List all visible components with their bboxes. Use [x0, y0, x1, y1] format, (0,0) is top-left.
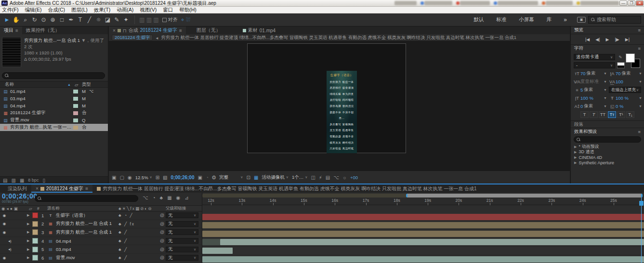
- layer-row[interactable]: ◉▶1T生僻字（语音）♣ ◔ ╱@无∨: [0, 211, 202, 220]
- project-item[interactable]: ▤01.mp4M⌥: [0, 88, 108, 95]
- layer-switches[interactable]: ♣ ╱: [118, 230, 160, 235]
- text-style-button-4[interactable]: T¹: [617, 111, 625, 118]
- resolution-select[interactable]: 完整∨: [219, 174, 243, 181]
- text-style-button-5[interactable]: T₁: [626, 111, 634, 118]
- layer-row[interactable]: ◉▶2▦穷穷接力 航些...一息 合成 1♣ ╱ fx@无∨: [0, 220, 202, 229]
- layer-row[interactable]: ◉▶3▦穷穷接力 航些...一息 合成 1♣ ╱@无∨: [0, 228, 202, 237]
- project-bit-depth[interactable]: 8 bpc: [28, 178, 39, 183]
- menu-H[interactable]: 帮助(H): [179, 7, 197, 13]
- workspace-overflow-button[interactable]: »: [564, 16, 567, 23]
- layer-track-row[interactable]: [202, 230, 644, 238]
- maximize-button[interactable]: ❐: [628, 0, 635, 6]
- first-frame-button[interactable]: |◀: [585, 37, 590, 42]
- eraser-tool[interactable]: ◪: [104, 15, 112, 25]
- layer-duration-bar[interactable]: [202, 231, 644, 237]
- mask-visibility-icon[interactable]: ▧: [163, 175, 167, 180]
- sort-arrow-icon[interactable]: ▲: [67, 83, 71, 86]
- effects-category[interactable]: ▶3D 通道: [571, 149, 644, 155]
- layer-switches[interactable]: ♣ ╱: [118, 247, 160, 252]
- lock-icon[interactable]: ⊓: [123, 28, 127, 33]
- layer-label-swatch[interactable]: [32, 247, 38, 252]
- fast-previews-icon[interactable]: ⚡: [319, 175, 322, 180]
- pixel-aspect-icon[interactable]: ◫: [311, 175, 315, 180]
- eyedropper-icon[interactable]: ✎: [617, 55, 624, 60]
- parent-pickwhip-icon[interactable]: @: [160, 213, 164, 218]
- menu-C[interactable]: 合成(C): [48, 7, 65, 13]
- reset-exposure-icon[interactable]: ☼: [342, 175, 347, 180]
- selection-tool[interactable]: ►: [3, 15, 11, 25]
- project-item[interactable]: ▤背景.movQ: [0, 117, 108, 124]
- tab-close-icon[interactable]: ×: [113, 28, 116, 33]
- layer-label-swatch[interactable]: [32, 238, 38, 244]
- timeline-timecode[interactable]: 0;00;26;00: [2, 194, 38, 199]
- frame-blending-icon[interactable]: ▦: [167, 195, 171, 200]
- layer-label-swatch[interactable]: [32, 212, 38, 218]
- layer-label-swatch[interactable]: [32, 255, 38, 261]
- timeline-search-input[interactable]: [35, 195, 138, 202]
- tab-timeline-active[interactable]: × 20181224 生僻字 ≡: [31, 184, 92, 193]
- tab-footage[interactable]: 素材 01.mp4: [239, 26, 279, 34]
- parent-pickwhip-icon[interactable]: @: [160, 255, 164, 260]
- font-family-select[interactable]: 迷你简卡通∨: [574, 54, 615, 60]
- brush-tool[interactable]: ╱: [85, 15, 93, 25]
- layer-duration-bar[interactable]: [202, 222, 644, 228]
- workspace-小屏幕[interactable]: 小屏幕: [519, 16, 534, 23]
- workspace-标准[interactable]: 标准: [496, 16, 506, 23]
- tab-layer[interactable]: 图层（无）: [193, 26, 224, 34]
- effects-category[interactable]: ▶CINEMA 4D: [571, 155, 644, 160]
- roi-icon[interactable]: ⊡: [246, 175, 250, 180]
- label-color-swatch[interactable]: [73, 97, 78, 101]
- eye-icon[interactable]: ◉: [2, 222, 7, 226]
- last-frame-button[interactable]: ▶|: [625, 37, 630, 42]
- magnification-icon[interactable]: ▢: [119, 175, 124, 180]
- label-color-swatch[interactable]: [73, 111, 78, 115]
- search-help-box[interactable]: 搜索帮助: [588, 16, 641, 24]
- prev-frame-button[interactable]: ◀|: [595, 37, 600, 42]
- snapshot-icon[interactable]: ▣: [197, 175, 202, 180]
- layer-switches[interactable]: ♣ ╱: [118, 238, 160, 243]
- parent-select[interactable]: 无∨: [166, 255, 198, 261]
- timeline-navigator[interactable]: [202, 194, 643, 197]
- roto-brush-tool[interactable]: ✎: [113, 15, 121, 25]
- always-preview-icon[interactable]: ▣: [112, 175, 116, 180]
- menu-T[interactable]: 效果(T): [94, 7, 110, 13]
- column-type[interactable]: 类型: [82, 81, 91, 88]
- exposure-value[interactable]: +00: [350, 175, 358, 180]
- panel-menu-icon[interactable]: ≡: [638, 46, 641, 51]
- hide-shy-layers-icon[interactable]: ♣: [160, 195, 163, 200]
- camera-select[interactable]: 活动摄像机∨: [262, 174, 289, 181]
- audio-icon[interactable]: ◂): [8, 247, 14, 251]
- layer-track-row[interactable]: [202, 213, 644, 222]
- timeline-jump-icon[interactable]: ▤: [326, 175, 330, 180]
- tab-project[interactable]: 项目 ≡: [0, 26, 22, 34]
- expand-arrow-icon[interactable]: ▶: [27, 222, 29, 226]
- layer-row[interactable]: ◉▶6▤背景.mov♣ ╱@无∨: [0, 254, 202, 263]
- grid-icon[interactable]: ⊞: [156, 175, 159, 180]
- panel-menu-icon[interactable]: ≡: [638, 129, 641, 134]
- video-preview[interactable]: 生僻字（语音） 穷穷接力 航些一体居居独行 提壶灌顶绵绵瓜蝶 奉为归直龙行哒哒 …: [327, 71, 357, 153]
- graph-editor-icon[interactable]: ⊿: [184, 195, 188, 200]
- layer-name[interactable]: 生僻字（语音）: [56, 212, 88, 219]
- font-size-control[interactable]: тT70像素▼: [574, 70, 607, 77]
- baseline-shift-control[interactable]: A‡0像素▼: [574, 103, 607, 109]
- draft-3d-icon[interactable]: ◔: [153, 195, 156, 200]
- workspace-库[interactable]: 库: [547, 16, 552, 23]
- motion-blur-icon[interactable]: ◉: [176, 195, 181, 200]
- hand-tool[interactable]: ✋: [12, 15, 20, 25]
- menu-L[interactable]: 图层(L): [71, 7, 88, 13]
- label-color-swatch[interactable]: [73, 126, 78, 130]
- layer-label-swatch[interactable]: [32, 221, 38, 227]
- guides-icon[interactable]: ◉: [128, 175, 132, 180]
- expand-icon[interactable]: ▶: [574, 161, 577, 165]
- zoom-tool[interactable]: ⌕: [21, 15, 29, 25]
- effects-category[interactable]: ▶Synthetic Aperture: [571, 160, 644, 165]
- layer-name[interactable]: 背景.mov: [56, 255, 75, 261]
- layer-track-row[interactable]: [202, 238, 644, 247]
- kerning-control[interactable]: V⁄A度量标准▼: [574, 79, 607, 85]
- rotation-tool[interactable]: ↻: [30, 15, 39, 25]
- menu-E[interactable]: 编辑(E): [25, 7, 41, 13]
- layer-duration-bar[interactable]: [202, 214, 644, 220]
- timeline-track-area[interactable]: 12s13s14s15s16s17s18s19s20s21s22s23s24s2…: [202, 193, 644, 263]
- composition-mini-flowchart-icon[interactable]: ⌥: [143, 195, 148, 200]
- workspace-默认[interactable]: 默认: [473, 16, 484, 23]
